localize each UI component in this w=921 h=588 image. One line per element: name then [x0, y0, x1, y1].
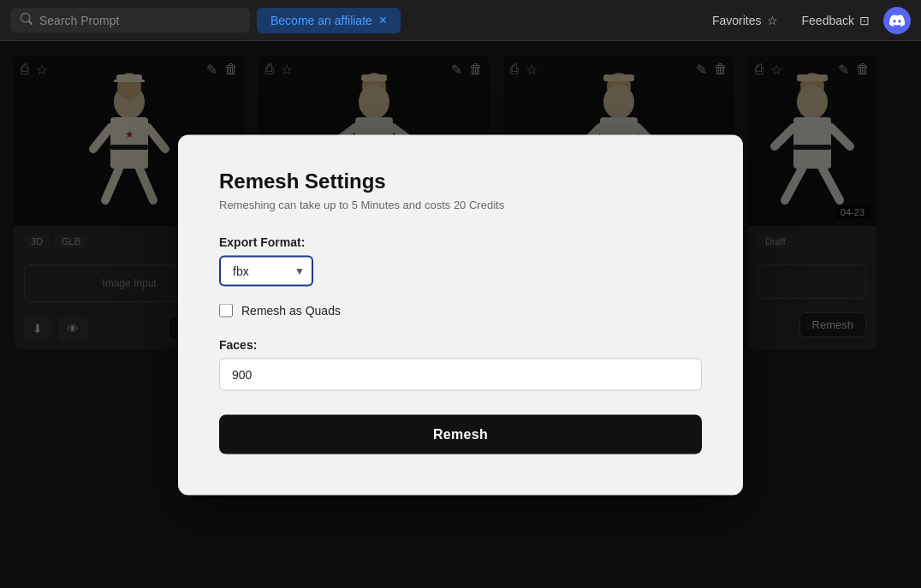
modal-subtitle: Remeshing can take up to 5 Minutes and c… — [219, 198, 702, 211]
favorites-button[interactable]: Favorites ☆ — [702, 9, 788, 33]
faces-section: Faces: — [219, 337, 702, 414]
feedback-icon: ⊡ — [859, 14, 870, 27]
affiliate-label: Become an affiliate — [270, 14, 372, 27]
modal-title: Remesh Settings — [219, 169, 702, 193]
export-format-label: Export Format: — [219, 235, 702, 248]
remesh-settings-modal: Remesh Settings Remeshing can take up to… — [178, 134, 743, 495]
remesh-quads-row: Remesh as Quads — [219, 303, 702, 317]
export-format-section: Export Format: fbx obj glb stl ▼ — [219, 235, 702, 303]
feedback-button[interactable]: Feedback ⊡ — [792, 9, 880, 33]
remesh-quads-checkbox[interactable] — [219, 303, 233, 317]
search-placeholder: Search Prompt — [39, 14, 119, 27]
search-icon — [21, 13, 33, 27]
discord-avatar[interactable] — [883, 7, 911, 34]
affiliate-banner[interactable]: Become an affiliate × — [257, 8, 401, 33]
header-right: Favorites ☆ Feedback ⊡ — [702, 7, 911, 34]
faces-label: Faces: — [219, 337, 702, 351]
star-icon: ☆ — [767, 14, 778, 27]
remesh-modal-button[interactable]: Remesh — [219, 414, 702, 454]
remesh-quads-label[interactable]: Remesh as Quads — [241, 303, 341, 317]
faces-input[interactable] — [219, 358, 702, 390]
feedback-label: Feedback — [802, 14, 854, 27]
export-format-select-wrap: fbx obj glb stl ▼ — [219, 255, 313, 286]
bg-grid: ⎙ ☆ ✎ 🗑 ★ — [0, 41, 921, 588]
affiliate-close[interactable]: × — [379, 13, 387, 28]
favorites-label: Favorites — [712, 14, 762, 27]
search-bar[interactable]: Search Prompt — [10, 8, 250, 33]
header: Search Prompt Become an affiliate × Favo… — [0, 0, 921, 41]
export-format-select[interactable]: fbx obj glb stl — [219, 255, 313, 286]
